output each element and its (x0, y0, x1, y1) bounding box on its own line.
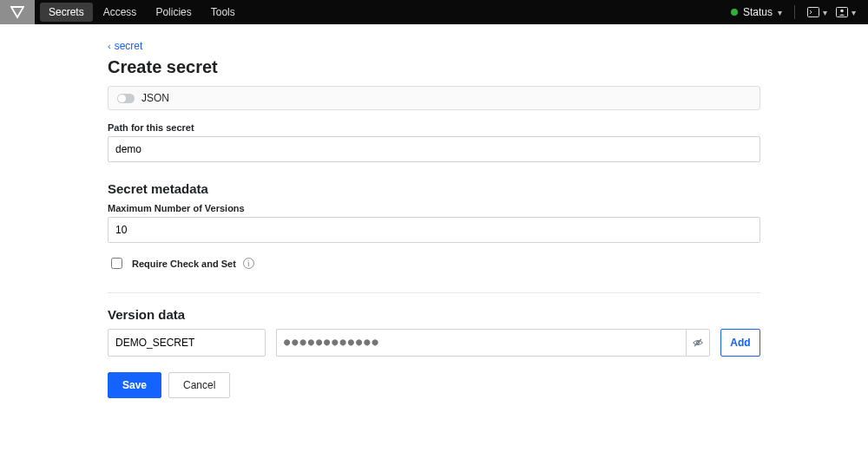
section-divider (108, 292, 760, 293)
vault-logo-icon (10, 5, 24, 19)
path-label: Path for this secret (108, 122, 760, 133)
json-toggle[interactable] (117, 94, 135, 103)
chevron-down-icon: ▾ (852, 8, 856, 17)
terminal-icon (807, 7, 819, 17)
status-dropdown[interactable]: Status ▾ (731, 6, 782, 18)
path-input[interactable] (108, 136, 760, 162)
json-toggle-label: JSON (141, 92, 169, 104)
logo[interactable] (0, 0, 35, 24)
cancel-button[interactable]: Cancel (168, 372, 230, 398)
user-dropdown[interactable]: ▾ (836, 7, 856, 17)
nav-item-access[interactable]: Access (95, 3, 146, 22)
svg-rect-0 (808, 8, 819, 17)
kv-key-input[interactable] (108, 329, 266, 357)
json-toggle-bar: JSON (108, 86, 760, 110)
page-title: Create secret (108, 57, 760, 77)
divider (794, 5, 795, 19)
require-cas-label: Require Check and Set (132, 259, 236, 269)
nav-item-secrets[interactable]: Secrets (40, 3, 93, 22)
nav-item-tools[interactable]: Tools (202, 3, 244, 22)
svg-point-2 (840, 10, 844, 13)
console-dropdown[interactable]: ▾ (807, 7, 827, 17)
breadcrumb-link-secret[interactable]: secret (115, 40, 143, 52)
add-row-button[interactable]: Add (720, 329, 760, 357)
status-dot-icon (731, 9, 738, 16)
save-button[interactable]: Save (108, 372, 161, 398)
breadcrumb: ‹secret (108, 40, 760, 52)
chevron-down-icon: ▾ (778, 8, 782, 17)
nav-item-policies[interactable]: Policies (147, 3, 200, 22)
topbar-right: Status ▾ ▾ ▾ (731, 5, 868, 19)
main-content: ‹secret Create secret JSON Path for this… (108, 24, 760, 433)
kv-value-input[interactable] (276, 329, 686, 357)
main-nav: Secrets Access Policies Tools (40, 3, 244, 22)
eye-off-icon (692, 337, 704, 349)
info-icon[interactable]: i (243, 258, 254, 269)
kv-row: Add (108, 329, 760, 357)
status-label: Status (743, 6, 773, 18)
max-versions-input[interactable] (108, 217, 760, 243)
max-versions-label: Maximum Number of Versions (108, 203, 760, 213)
metadata-section-title: Secret metadata (108, 181, 760, 196)
version-data-title: Version data (108, 307, 760, 322)
chevron-down-icon: ▾ (823, 8, 827, 17)
require-cas-checkbox[interactable] (111, 258, 122, 269)
chevron-left-icon: ‹ (108, 41, 111, 51)
user-icon (836, 7, 848, 17)
top-navbar: Secrets Access Policies Tools Status ▾ ▾… (0, 0, 868, 24)
form-actions: Save Cancel (108, 372, 760, 398)
toggle-visibility-button[interactable] (686, 329, 710, 357)
